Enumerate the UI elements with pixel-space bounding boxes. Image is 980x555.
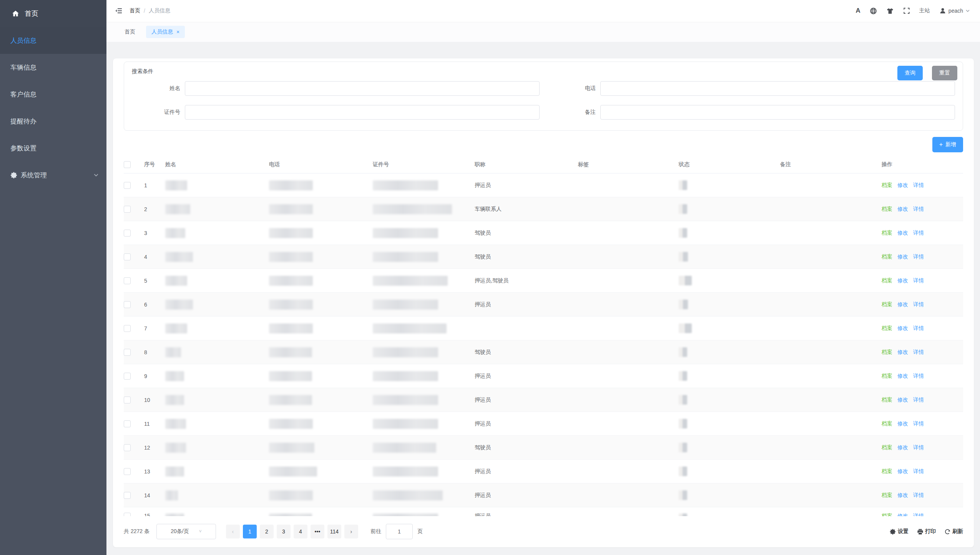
query-button[interactable]: 查询: [897, 66, 923, 80]
archive-link[interactable]: 档案: [882, 420, 892, 427]
page-button-114[interactable]: 114: [327, 525, 341, 538]
row-checkbox[interactable]: [124, 492, 131, 499]
add-button[interactable]: + 新增: [932, 137, 963, 152]
detail-link[interactable]: 详情: [913, 373, 924, 380]
page-button-4[interactable]: 4: [294, 525, 307, 538]
detail-link[interactable]: 详情: [913, 206, 924, 213]
detail-link[interactable]: 详情: [913, 492, 924, 499]
detail-link[interactable]: 详情: [913, 230, 924, 237]
edit-link[interactable]: 修改: [897, 206, 908, 213]
detail-link[interactable]: 详情: [913, 420, 924, 427]
edit-link[interactable]: 修改: [897, 230, 908, 237]
detail-link[interactable]: 详情: [913, 349, 924, 356]
page-size-select[interactable]: 20条/页 ˅: [156, 524, 216, 539]
detail-link[interactable]: 详情: [913, 182, 924, 189]
tab-personnel[interactable]: 人员信息×: [146, 26, 185, 38]
archive-link[interactable]: 档案: [882, 182, 892, 189]
archive-link[interactable]: 档案: [882, 513, 892, 516]
archive-link[interactable]: 档案: [882, 301, 892, 308]
page-button-2[interactable]: 2: [260, 525, 274, 538]
sidebar-item-2[interactable]: 车辆信息: [0, 54, 106, 81]
edit-link[interactable]: 修改: [897, 444, 908, 451]
row-checkbox[interactable]: [124, 468, 131, 475]
page-button-1[interactable]: 1: [243, 525, 257, 538]
edit-link[interactable]: 修改: [897, 397, 908, 403]
archive-link[interactable]: 档案: [882, 325, 892, 332]
user-menu[interactable]: peach: [939, 7, 970, 14]
redacted-value: [269, 180, 313, 190]
detail-link[interactable]: 详情: [913, 397, 924, 403]
archive-link[interactable]: 档案: [882, 349, 892, 356]
page-button-3[interactable]: 3: [277, 525, 291, 538]
edit-link[interactable]: 修改: [897, 468, 908, 475]
detail-link[interactable]: 详情: [913, 301, 924, 308]
edit-link[interactable]: 修改: [897, 513, 908, 516]
main-site-link[interactable]: 主站: [919, 7, 930, 14]
page-ellipsis[interactable]: •••: [311, 525, 324, 538]
edit-link[interactable]: 修改: [897, 325, 908, 332]
archive-link[interactable]: 档案: [882, 373, 892, 380]
row-checkbox[interactable]: [124, 253, 131, 260]
fullscreen-icon[interactable]: [903, 7, 910, 14]
edit-link[interactable]: 修改: [897, 492, 908, 499]
row-checkbox[interactable]: [124, 277, 131, 284]
row-checkbox[interactable]: [124, 349, 131, 356]
row-checkbox[interactable]: [124, 182, 131, 189]
row-checkbox[interactable]: [124, 206, 131, 213]
row-checkbox[interactable]: [124, 420, 131, 427]
tshirt-icon[interactable]: [886, 7, 894, 15]
goto-page-input[interactable]: [386, 524, 413, 539]
next-page-button[interactable]: ›: [344, 525, 358, 538]
sidebar-item-4[interactable]: 提醒待办: [0, 108, 106, 135]
detail-link[interactable]: 详情: [913, 325, 924, 332]
hamburger-fold-icon[interactable]: [115, 7, 123, 15]
remark-input[interactable]: [600, 105, 955, 120]
globe-icon[interactable]: [870, 7, 877, 15]
row-checkbox[interactable]: [124, 397, 131, 403]
edit-link[interactable]: 修改: [897, 253, 908, 260]
archive-link[interactable]: 档案: [882, 230, 892, 237]
detail-link[interactable]: 详情: [913, 513, 924, 516]
edit-link[interactable]: 修改: [897, 373, 908, 380]
row-checkbox[interactable]: [124, 444, 131, 451]
sidebar-item-6[interactable]: 系统管理: [0, 162, 106, 188]
phone-input[interactable]: [600, 81, 955, 96]
detail-link[interactable]: 详情: [913, 277, 924, 284]
sidebar-item-1[interactable]: 人员信息: [0, 27, 106, 54]
row-checkbox[interactable]: [124, 325, 131, 332]
row-checkbox[interactable]: [124, 301, 131, 308]
archive-link[interactable]: 档案: [882, 277, 892, 284]
archive-link[interactable]: 档案: [882, 397, 892, 403]
sidebar-item-5[interactable]: 参数设置: [0, 135, 106, 162]
name-input[interactable]: [185, 81, 540, 96]
edit-link[interactable]: 修改: [897, 182, 908, 189]
archive-link[interactable]: 档案: [882, 492, 892, 499]
edit-link[interactable]: 修改: [897, 420, 908, 427]
select-all-checkbox[interactable]: [124, 161, 131, 168]
archive-link[interactable]: 档案: [882, 468, 892, 475]
idnumber-input[interactable]: [185, 105, 540, 120]
prev-page-button[interactable]: ‹: [226, 525, 240, 538]
detail-link[interactable]: 详情: [913, 253, 924, 260]
archive-link[interactable]: 档案: [882, 444, 892, 451]
row-checkbox[interactable]: [124, 230, 131, 237]
detail-link[interactable]: 详情: [913, 444, 924, 451]
edit-link[interactable]: 修改: [897, 349, 908, 356]
settings-tool[interactable]: 设置: [890, 528, 909, 535]
row-checkbox[interactable]: [124, 513, 131, 516]
font-size-icon[interactable]: A: [856, 7, 860, 15]
print-tool[interactable]: 打印: [917, 528, 936, 535]
edit-link[interactable]: 修改: [897, 277, 908, 284]
breadcrumb-home[interactable]: 首页: [130, 7, 140, 14]
close-icon[interactable]: ×: [176, 29, 179, 35]
refresh-tool[interactable]: 刷新: [944, 528, 963, 535]
archive-link[interactable]: 档案: [882, 253, 892, 260]
edit-link[interactable]: 修改: [897, 301, 908, 308]
sidebar-home[interactable]: 首页: [0, 0, 106, 27]
row-checkbox[interactable]: [124, 373, 131, 380]
sidebar-item-3[interactable]: 客户信息: [0, 81, 106, 108]
tab-home[interactable]: 首页: [119, 26, 141, 38]
detail-link[interactable]: 详情: [913, 468, 924, 475]
archive-link[interactable]: 档案: [882, 206, 892, 213]
reset-button[interactable]: 重置: [932, 66, 957, 80]
